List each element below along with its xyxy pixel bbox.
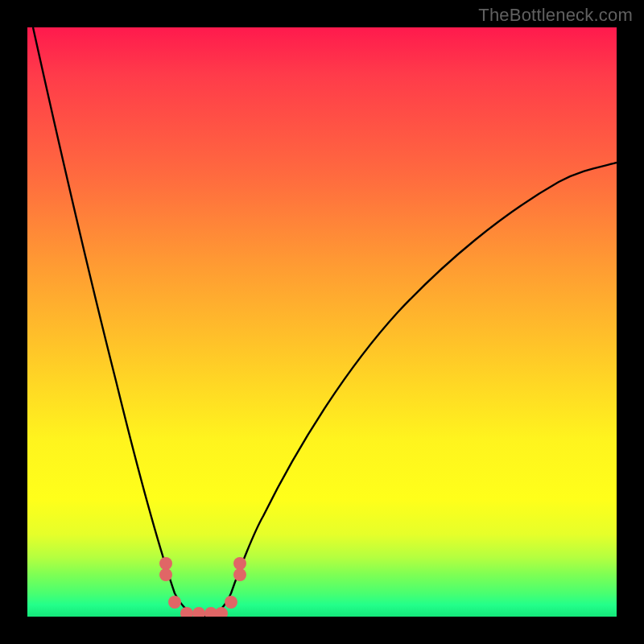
svg-point-3: [180, 607, 193, 617]
svg-point-1: [159, 568, 172, 581]
svg-point-9: [233, 568, 246, 581]
svg-point-4: [192, 607, 205, 617]
svg-point-6: [215, 607, 228, 617]
svg-point-2: [168, 596, 181, 609]
svg-point-0: [159, 557, 172, 570]
svg-point-8: [233, 557, 246, 570]
svg-point-7: [225, 596, 237, 609]
watermark-text: TheBottleneck.com: [478, 5, 633, 26]
bottleneck-curve: [27, 27, 617, 617]
curve-path: [33, 27, 617, 617]
gradient-plot-area: [27, 27, 617, 617]
